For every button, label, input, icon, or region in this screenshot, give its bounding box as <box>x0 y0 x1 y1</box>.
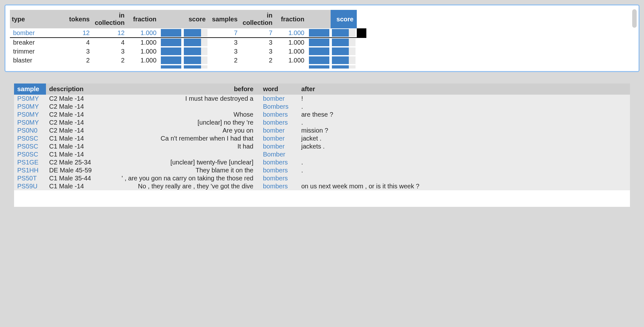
tokens-cell: 3 <box>61 47 93 56</box>
sample-cell[interactable]: PS0SC <box>14 150 46 158</box>
sample-link[interactable]: PS0MY <box>17 103 39 110</box>
sample-link[interactable]: PS0MY <box>17 111 39 118</box>
table-row[interactable]: PS59UC1 Male -14No , they really are , t… <box>14 182 630 190</box>
bar-cell <box>308 56 331 65</box>
table-row[interactable]: PS50TC1 Male 35-44' , are you gon na car… <box>14 174 630 182</box>
col-sample-active[interactable]: sample <box>14 84 46 95</box>
sample-cell[interactable]: PS50T <box>14 174 46 182</box>
word-cell[interactable]: bomber <box>257 142 298 150</box>
scrollbar-thumb[interactable] <box>632 9 637 28</box>
word-cell[interactable]: bombers <box>257 111 298 119</box>
sample-cell[interactable]: PS0MY <box>14 95 46 103</box>
bar-cell <box>183 47 209 56</box>
col-samples[interactable]: samples <box>209 10 241 28</box>
table-row[interactable]: PS0SCC1 Male -14Bomber <box>14 150 630 158</box>
type-cell: blaster <box>10 56 61 65</box>
col-type[interactable]: type <box>10 10 61 28</box>
sample-link[interactable]: PS1GE <box>17 159 39 166</box>
after-cell <box>298 150 630 158</box>
sample-cell[interactable]: PS59U <box>14 182 46 190</box>
sample-cell[interactable]: PS0SC <box>14 142 46 150</box>
col-score-1[interactable]: score <box>183 10 209 28</box>
table-row[interactable]: PS1HHDE Male 45-59They blame it on thebo… <box>14 166 630 174</box>
bar-cell <box>331 47 357 56</box>
word-cell[interactable]: bombers <box>257 174 298 182</box>
after-cell: jackets . <box>298 142 630 150</box>
col-in-collection-1[interactable]: in collection <box>93 10 128 28</box>
table-row[interactable]: PS0MYC2 Male -14[unclear] no they 'rebom… <box>14 119 630 127</box>
after-cell: ! <box>298 95 630 103</box>
table-row[interactable]: PS0SCC1 Male -14It hadbomberjackets . <box>14 142 630 150</box>
desc-cell: C2 Male -14 <box>46 119 97 127</box>
sample-link[interactable]: PS50T <box>17 175 37 182</box>
col-description[interactable]: description <box>46 84 97 95</box>
table-row[interactable]: breaker441.000331.000 <box>10 38 366 47</box>
col-fraction-1-bar <box>160 10 183 28</box>
table-row[interactable]: trimmer331.000331.000 <box>10 47 366 56</box>
word-cell[interactable]: bombers <box>257 158 298 166</box>
table-row[interactable]: PS0MYC2 Male -14Bombers. <box>14 103 630 111</box>
col-mark <box>357 10 366 28</box>
sample-cell[interactable]: PS0MY <box>14 103 46 111</box>
col-after[interactable]: after <box>298 84 630 95</box>
sample-link[interactable]: PS0SC <box>17 135 38 142</box>
col-fraction-1[interactable]: fraction <box>128 10 160 28</box>
bar-cell <box>160 47 183 56</box>
table-row[interactable]: PS0N0C2 Male -14Are you onbombermission … <box>14 127 630 134</box>
in-coll-1-cell: 2 <box>93 56 128 65</box>
word-cell[interactable]: bombers <box>257 119 298 127</box>
bar-cell <box>160 38 183 47</box>
frac-1-cell: 1.000 <box>128 56 160 65</box>
col-fraction-2[interactable]: fraction <box>276 10 308 28</box>
bar-cell <box>160 56 183 65</box>
table-row[interactable]: PS0MYC2 Male -14I must have destroyed ab… <box>14 95 630 103</box>
col-before[interactable]: before <box>97 84 257 95</box>
sample-link[interactable]: PS59U <box>17 183 37 190</box>
table-row[interactable]: PS0MYC2 Male -14Whosebombersare these ? <box>14 111 630 119</box>
in-coll-2-cell: 3 <box>241 38 275 47</box>
after-cell <box>298 174 630 182</box>
after-cell: . <box>298 119 630 127</box>
before-cell: ' , are you gon na carry on taking the t… <box>97 174 257 182</box>
samples-cell: 7 <box>209 28 241 38</box>
sample-link[interactable]: PS1HH <box>17 167 39 174</box>
col-in-collection-2[interactable]: in collection <box>241 10 275 28</box>
word-cell[interactable]: bomber <box>257 127 298 134</box>
word-cell[interactable]: Bomber <box>257 150 298 158</box>
in-coll-1-cell: 3 <box>93 47 128 56</box>
col-score-2-active[interactable]: score <box>331 10 357 28</box>
word-cell[interactable]: bomber <box>257 95 298 103</box>
sample-link[interactable]: PS0MY <box>17 119 39 126</box>
word-cell[interactable]: bombers <box>257 182 298 190</box>
sample-cell[interactable]: PS1GE <box>14 158 46 166</box>
word-cell[interactable]: bomber <box>257 134 298 142</box>
sample-link[interactable]: PS0SC <box>17 151 38 158</box>
type-cell: bomber <box>10 28 61 38</box>
sample-cell[interactable]: PS0N0 <box>14 127 46 134</box>
table-row[interactable]: blaster221.000221.000 <box>10 56 366 65</box>
table-row[interactable]: bomber12121.000771.000 <box>10 28 366 38</box>
sample-link[interactable]: PS0SC <box>17 143 38 150</box>
sample-link[interactable]: PS0MY <box>17 95 39 102</box>
samples-cell: 3 <box>209 38 241 47</box>
bar-cell <box>183 28 209 38</box>
sample-cell[interactable]: PS0MY <box>14 111 46 119</box>
after-cell: . <box>298 158 630 166</box>
sample-cell[interactable]: PS0SC <box>14 134 46 142</box>
col-word[interactable]: word <box>257 84 298 95</box>
word-cell[interactable]: Bombers <box>257 103 298 111</box>
sample-cell[interactable]: PS0MY <box>14 119 46 127</box>
table-row[interactable]: PS1GEC2 Male 25-34[unclear] twenty-five … <box>14 158 630 166</box>
before-cell: [unclear] no they 're <box>97 119 257 127</box>
col-tokens[interactable]: tokens <box>61 10 93 28</box>
tokens-cell: 2 <box>61 56 93 65</box>
word-cell[interactable]: bombers <box>257 166 298 174</box>
sample-link[interactable]: PS0N0 <box>17 127 37 134</box>
bar-cell <box>308 47 331 56</box>
sample-cell[interactable]: PS1HH <box>14 166 46 174</box>
samples-panel: sample description before word after PS0… <box>14 84 630 207</box>
desc-cell: DE Male 45-59 <box>46 166 97 174</box>
table-row[interactable]: PS0SCC1 Male -14Ca n't remember when I h… <box>14 134 630 142</box>
samples-cell: 2 <box>209 56 241 65</box>
before-cell: Are you on <box>97 127 257 134</box>
